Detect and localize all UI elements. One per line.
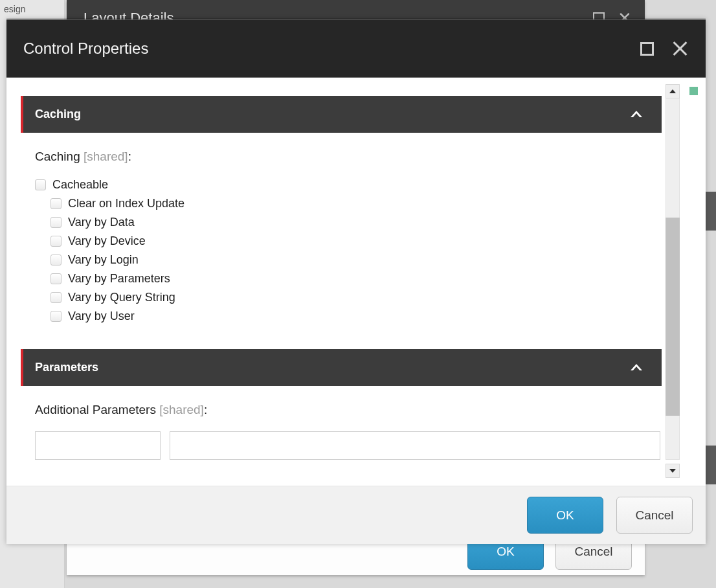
label-colon: : [204,403,207,416]
label-colon: : [128,150,131,163]
publish-indicator-icon[interactable] [689,87,698,95]
caching-field-label: Caching [shared]: [21,150,662,164]
shared-tag: [shared] [84,150,128,163]
checkbox-clear-on-index-update[interactable]: Clear on Index Update [21,197,662,210]
caching-label-text: Caching [35,150,84,163]
checkbox-label: Vary by User [68,310,135,323]
checkbox-label: Cacheable [52,178,108,192]
checkbox-label: Clear on Index Update [68,197,185,210]
chevron-up-icon [631,111,642,119]
chevron-up-icon [631,364,642,372]
checkbox-vary-by-query-string[interactable]: Vary by Query String [21,291,662,304]
checkbox-icon [50,254,62,266]
checkbox-icon [50,198,62,209]
scroll-up-button[interactable] [666,84,680,98]
background-side-text: esign [4,4,25,14]
dialog-content: Caching Caching [shared]: Cacheable Clea… [21,96,662,486]
scrollbar-thumb[interactable] [666,218,680,416]
parameter-value-input[interactable] [170,431,660,460]
parameter-key-input[interactable] [35,431,161,460]
caching-section-title: Caching [35,107,81,121]
checkbox-icon [50,273,62,284]
checkbox-label: Vary by Login [68,253,139,267]
checkbox-vary-by-data[interactable]: Vary by Data [21,216,662,229]
checkbox-cacheable[interactable]: Cacheable [21,178,662,192]
cancel-button[interactable]: Cancel [616,497,693,534]
control-properties-dialog: Control Properties Caching Caching [shar… [6,19,706,544]
maximize-icon[interactable] [640,42,654,56]
dialog-footer: OK Cancel [6,486,706,544]
parameters-field-label: Additional Parameters [shared]: [21,403,662,417]
checkbox-icon [35,179,46,190]
parameters-section-header[interactable]: Parameters [21,349,662,386]
caching-section-header[interactable]: Caching [21,96,662,133]
dialog-header: Control Properties [6,19,706,78]
checkbox-label: Vary by Data [68,216,135,229]
checkbox-vary-by-user[interactable]: Vary by User [21,310,662,323]
checkbox-vary-by-device[interactable]: Vary by Device [21,234,662,248]
parameters-section-title: Parameters [35,361,98,374]
checkbox-vary-by-login[interactable]: Vary by Login [21,253,662,267]
dialog-body: Caching Caching [shared]: Cacheable Clea… [6,78,706,486]
checkbox-label: Vary by Device [68,234,146,248]
ok-button[interactable]: OK [527,497,603,534]
checkbox-icon [50,236,62,247]
dialog-title: Control Properties [23,40,148,58]
checkbox-icon [50,217,62,228]
checkbox-label: Vary by Parameters [68,272,170,286]
parameters-input-row [21,431,662,460]
scroll-down-button[interactable] [666,464,680,478]
shared-tag: [shared] [159,403,204,416]
close-icon[interactable] [672,41,688,56]
checkbox-icon [50,311,62,322]
checkbox-icon [50,292,62,303]
checkbox-label: Vary by Query String [68,291,175,304]
checkbox-vary-by-parameters[interactable]: Vary by Parameters [21,272,662,286]
parameters-label-text: Additional Parameters [35,403,159,416]
